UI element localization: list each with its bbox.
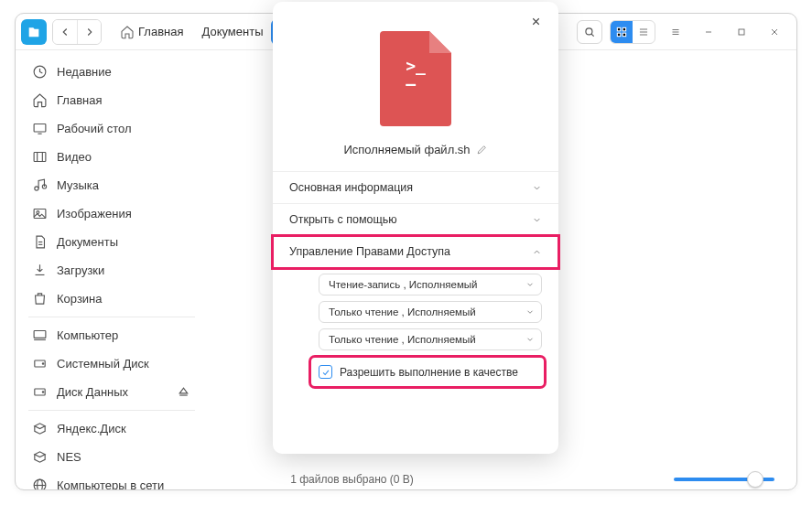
perm-select-value: Только чтение , Исполняемый (329, 334, 476, 345)
view-grid-button[interactable] (611, 21, 633, 43)
allow-execute-row[interactable]: Разрешить выполнение в качестве (313, 360, 542, 384)
perm-other-select[interactable]: Только чтение , Исполняемый (319, 328, 542, 350)
view-toggle (610, 20, 655, 44)
properties-panel: >_— Исполняемый файл.sh Основная информа… (273, 2, 558, 454)
allow-execute-label: Разрешить выполнение в качестве (340, 366, 518, 379)
app-icon (21, 19, 47, 45)
zoom-slider[interactable] (674, 478, 774, 481)
panel-sections: Основная информация Открыть с помощью Уп… (273, 171, 558, 392)
permissions-body: Чтение-запись , Исполняемый Только чтени… (273, 268, 558, 392)
sidebar-separator (28, 317, 195, 317)
sidebar-item-label: Системный Диск (57, 357, 149, 371)
sidebar-item-trash[interactable]: Корзина (16, 285, 208, 313)
sidebar-item-label: Диск Данных (57, 385, 128, 399)
view-list-button[interactable] (633, 21, 655, 43)
breadcrumb-label: Документы (201, 25, 263, 38)
sidebar-separator (28, 410, 195, 411)
sidebar-item-desktop[interactable]: Рабочий стол (16, 114, 208, 143)
eject-icon[interactable] (176, 384, 191, 400)
perm-select-value: Чтение-запись , Исполняемый (329, 279, 478, 290)
sidebar-item-label: Видео (57, 150, 92, 164)
status-text: 1 файлов выбрано (0 B) (30, 473, 674, 486)
sidebar-item-label: Яндекс.Диск (57, 422, 126, 435)
svg-point-22 (35, 187, 38, 190)
sidebar-item-data-disk[interactable]: Диск Данных (16, 378, 208, 406)
svg-point-31 (42, 363, 43, 364)
sidebar-item-label: Изображения (57, 207, 132, 220)
back-button[interactable] (53, 20, 77, 44)
search-button[interactable] (577, 20, 602, 44)
chevron-down-icon (525, 335, 535, 344)
svg-rect-3 (623, 27, 626, 30)
sidebar-item-nes[interactable]: NES (16, 443, 208, 471)
sidebar-item-label: Рабочий стол (57, 122, 132, 135)
svg-rect-4 (617, 33, 621, 37)
svg-rect-28 (34, 331, 46, 338)
sidebar-item-pictures[interactable]: Изображения (16, 199, 208, 228)
svg-rect-5 (623, 33, 626, 37)
sidebar-item-label: Документы (57, 235, 118, 249)
nav-back-forward (52, 19, 102, 45)
maximize-button[interactable] (729, 20, 754, 44)
svg-point-33 (42, 392, 43, 392)
sidebar-item-label: Главная (57, 93, 102, 107)
perm-select-value: Только чтение , Исполняемый (329, 306, 476, 317)
svg-rect-17 (34, 124, 46, 133)
breadcrumb-documents[interactable]: Документы (194, 21, 267, 42)
sidebar-item-music[interactable]: Музыка (16, 171, 208, 199)
section-basic-info[interactable]: Основная информация (273, 172, 558, 204)
sidebar-item-home[interactable]: Главная (16, 86, 208, 114)
section-label: Основная информация (289, 181, 413, 194)
chevron-down-icon (525, 280, 535, 289)
sidebar-item-recent[interactable]: Недавние (16, 58, 208, 86)
sidebar-item-computer[interactable]: Компьютер (16, 321, 208, 349)
file-name-row: Исполняемый файл.sh (343, 143, 487, 156)
panel-header: >_— Исполняемый файл.sh (273, 2, 558, 171)
menu-button[interactable] (663, 20, 688, 44)
section-label: Открыть с помощью (289, 213, 397, 226)
chevron-down-icon (532, 215, 542, 225)
breadcrumb-home[interactable]: Главная (113, 21, 190, 43)
svg-line-1 (591, 34, 594, 37)
sidebar-item-downloads[interactable]: Загрузки (16, 256, 208, 285)
section-open-with[interactable]: Открыть с помощью (273, 204, 558, 236)
sidebar-item-system-disk[interactable]: Системный Диск (16, 349, 208, 378)
sidebar-item-label: Компьютер (57, 328, 118, 342)
svg-rect-19 (34, 153, 46, 162)
perm-group-select[interactable]: Только чтение , Исполняемый (319, 301, 542, 323)
sidebar-item-label: Недавние (57, 65, 112, 79)
file-name-text: Исполняемый файл.sh (343, 143, 470, 156)
sidebar-item-label: Музыка (57, 178, 99, 192)
forward-button[interactable] (77, 20, 101, 44)
minimize-button[interactable] (696, 20, 721, 44)
sidebar-item-label: Загрузки (57, 263, 104, 277)
sidebar-item-label: NES (57, 450, 81, 464)
sidebar-item-yandex-disk[interactable]: Яндекс.Диск (16, 414, 208, 443)
section-label: Управление Правами Доступа (289, 245, 450, 258)
sidebar-item-documents[interactable]: Документы (16, 228, 208, 256)
file-type-icon: >_— (380, 31, 451, 126)
breadcrumb-label: Главная (138, 25, 183, 38)
sidebar-item-label: Корзина (57, 292, 103, 306)
edit-icon[interactable] (476, 144, 488, 156)
chevron-up-icon (532, 247, 542, 257)
section-permissions[interactable]: Управление Правами Доступа (273, 236, 558, 268)
close-button[interactable] (762, 20, 787, 44)
status-bar: 1 файлов выбрано (0 B) (16, 473, 796, 486)
panel-close-button[interactable] (525, 11, 546, 31)
titlebar-right (577, 20, 787, 44)
sidebar: Недавние Главная Рабочий стол Видео Музы… (16, 50, 208, 489)
sidebar-item-videos[interactable]: Видео (16, 143, 208, 171)
svg-point-0 (586, 27, 592, 34)
perm-owner-select[interactable]: Чтение-запись , Исполняемый (319, 274, 542, 295)
chevron-down-icon (532, 183, 542, 193)
svg-rect-13 (739, 29, 744, 35)
svg-rect-2 (617, 27, 621, 30)
allow-execute-checkbox[interactable] (319, 365, 332, 379)
chevron-down-icon (525, 307, 535, 317)
